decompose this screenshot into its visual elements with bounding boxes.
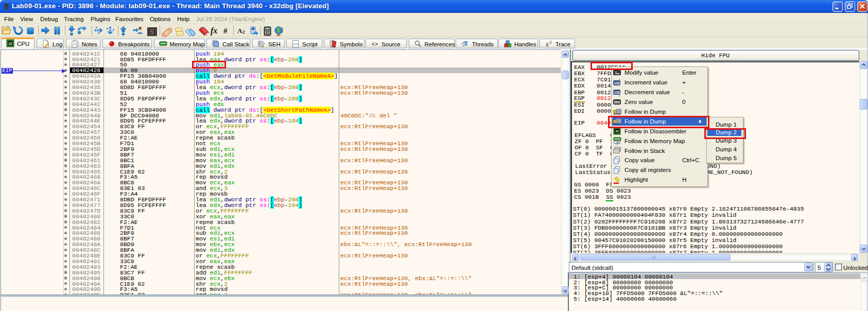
- svg-text:<>: <>: [293, 42, 298, 46]
- svg-text:S: S: [150, 28, 154, 36]
- svg-text:32: 32: [615, 130, 619, 133]
- svg-text:000: 000: [614, 100, 620, 104]
- svg-text:fx: fx: [211, 26, 217, 36]
- svg-text:I: I: [615, 71, 617, 75]
- svg-text:358: 358: [614, 81, 620, 84]
- svg-text:32: 32: [8, 42, 12, 45]
- svg-text:#: #: [223, 27, 228, 35]
- svg-text:<>: <>: [372, 41, 378, 47]
- svg-text:A: A: [237, 27, 242, 34]
- svg-text:358: 358: [614, 90, 620, 94]
- svg-text:2: 2: [242, 29, 245, 34]
